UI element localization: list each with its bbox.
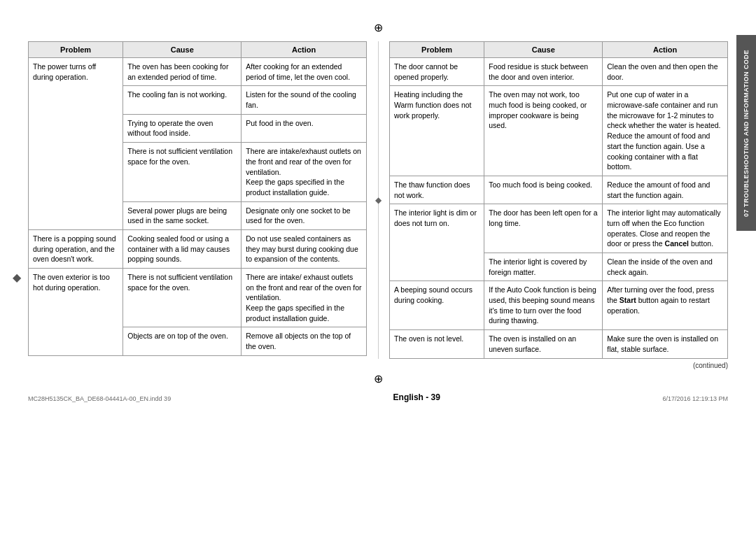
continued-label: (continued) [28,362,728,369]
problem-cell: The oven is not level. [390,330,484,358]
action-cell: Make sure the oven is installed on flat,… [603,330,728,358]
table-divider: ◆ [375,41,381,359]
page-label: English - 39 [171,392,662,402]
cause-cell: The oven may not work, too much food is … [484,86,603,176]
problem-cell: There is a popping sound during operatio… [29,229,123,268]
action-cell: Clean the oven and then open the door. [603,58,728,86]
right-header-problem: Problem [390,42,484,58]
compass-bottom-icon: ⊕ [28,372,728,385]
problem-cell: Heating including the Warm function does… [390,86,484,176]
cause-cell: The oven is installed on an uneven surfa… [484,330,603,358]
cause-cell: Too much food is being cooked. [484,176,603,204]
left-page-marker-icon: ◆ [13,271,21,284]
table-row: There is a popping sound during operatio… [29,229,367,268]
action-cell: Clean the inside of the oven and check a… [603,253,728,281]
problem-cell: The interior light is dim or does not tu… [390,204,484,281]
action-cell: After cooking for an extended period of … [241,58,367,86]
cause-cell: Cooking sealed food or using a container… [123,229,241,268]
bottom-file-info: MC28H5135CK_BA_DE68-04441A-00_EN.indd 39 [28,395,171,402]
action-cell: Put one cup of water in a microwave-safe… [603,86,728,176]
action-cell: Listen for the sound of the cooling fan. [241,86,367,114]
left-header-cause: Cause [123,42,241,58]
problem-cell: The door cannot be opened properly. [390,58,484,86]
problem-cell: A beeping sound occurs during cooking. [390,281,484,330]
cause-cell: There is not sufficient ventilation spac… [123,269,241,327]
bottom-bar: MC28H5135CK_BA_DE68-04441A-00_EN.indd 39… [28,392,728,402]
problem-cell: The power turns off during operation. [29,58,123,230]
table-row: The door cannot be opened properly. Food… [390,58,728,86]
cause-cell: The oven has been cooking for an extende… [123,58,241,86]
page: ⊕ Problem Cause Action The power turns o… [0,0,756,554]
right-header-cause: Cause [484,42,603,58]
action-cell: The interior light may automatically tur… [603,204,728,253]
bottom-timestamp: 6/17/2016 12:19:13 PM [662,395,728,402]
right-troubleshooting-table: Problem Cause Action The door cannot be … [389,41,728,359]
cause-cell: The interior light is covered by foreign… [484,253,603,281]
action-cell: Remove all objects on the top of the ove… [241,327,367,355]
table-row: The interior light is dim or does not tu… [390,204,728,253]
problem-cell: The oven exterior is too hot during oper… [29,269,123,356]
sidebar-chapter-label: 07 TROUBLESHOOTING AND INFORMATION CODE [736,35,756,231]
table-row: The thaw function does not work. Too muc… [390,176,728,204]
cause-cell: The door has been left open for a long t… [484,204,603,253]
cause-cell: There is not sufficient ventilation spac… [123,143,241,201]
main-content: Problem Cause Action The power turns off… [28,41,728,359]
left-troubleshooting-table: Problem Cause Action The power turns off… [28,41,367,359]
table-row: Heating including the Warm function does… [390,86,728,176]
table-row: The power turns off during operation. Th… [29,58,367,86]
cause-cell: Food residue is stuck between the door a… [484,58,603,86]
cause-cell: Several power plugs are being used in th… [123,201,241,229]
left-header-action: Action [241,42,367,58]
left-header-problem: Problem [29,42,123,58]
action-cell: There are intake/exhaust outlets on the … [241,143,367,201]
action-cell: Designate only one socket to be used for… [241,201,367,229]
table-row: The oven is not level. The oven is insta… [390,330,728,358]
action-cell: There are intake/ exhaust outlets on the… [241,269,367,327]
action-cell: Do not use sealed containers as they may… [241,229,367,268]
right-header-action: Action [603,42,728,58]
cause-cell: Trying to operate the oven without food … [123,114,241,142]
problem-cell: The thaw function does not work. [390,176,484,204]
cause-cell: If the Auto Cook function is being used,… [484,281,603,330]
table-row: A beeping sound occurs during cooking. I… [390,281,728,330]
compass-top-icon: ⊕ [28,21,728,34]
table-row: The oven exterior is too hot during oper… [29,269,367,327]
action-cell: Reduce the amount of food and start the … [603,176,728,204]
cause-cell: The cooling fan is not working. [123,86,241,114]
action-cell: After turning over the food, press the S… [603,281,728,330]
action-cell: Put food in the oven. [241,114,367,142]
cause-cell: Objects are on top of the oven. [123,327,241,355]
